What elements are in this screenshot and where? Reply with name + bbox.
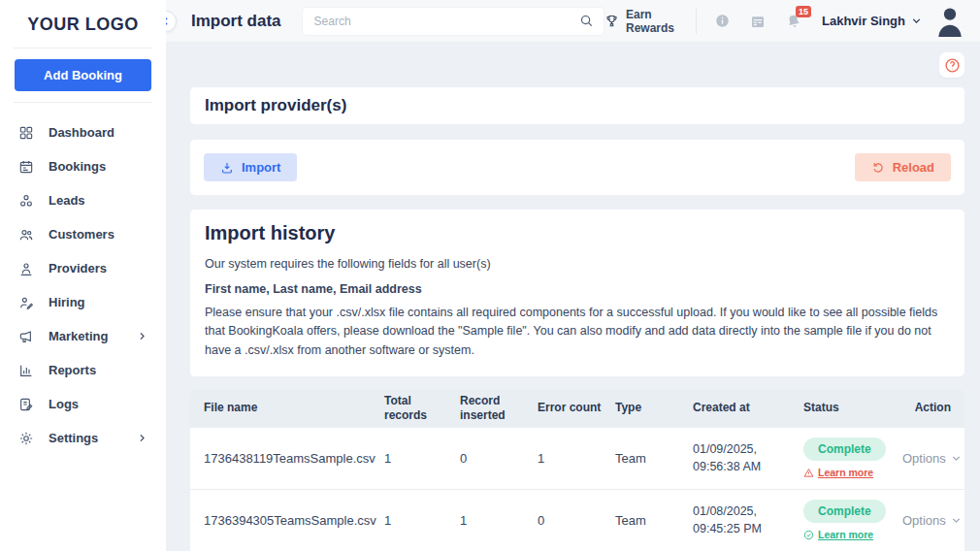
info-icon[interactable] xyxy=(715,14,730,28)
options-dropdown[interactable]: Options xyxy=(902,513,962,528)
import-history-title: Import history xyxy=(205,222,950,244)
created-time: 09:45:25 PM xyxy=(693,520,796,538)
chevron-down-icon xyxy=(951,515,962,526)
trophy-icon xyxy=(604,14,619,28)
learn-more-link[interactable]: Learn more xyxy=(803,467,873,478)
cell-type: Team xyxy=(615,513,693,528)
sidebar-item-settings[interactable]: Settings xyxy=(0,421,166,455)
bookings-icon xyxy=(18,159,34,175)
marketing-icon xyxy=(18,329,34,344)
sidebar-item-label: Leads xyxy=(49,193,85,208)
status-badge: Complete xyxy=(803,500,886,523)
import-button-label: Import xyxy=(242,160,280,175)
sidebar-item-customers[interactable]: Customers xyxy=(0,217,166,251)
search-icon[interactable] xyxy=(579,14,594,28)
divider xyxy=(696,9,697,34)
import-history-table: File name Total records Record inserted … xyxy=(190,389,964,551)
history-required-fields: First name, Last name, Email address xyxy=(205,280,950,299)
calendar-icon[interactable] xyxy=(750,14,766,29)
chevron-right-icon xyxy=(137,433,147,443)
logs-icon xyxy=(18,397,34,412)
history-instructions: Please ensure that your .csv/.xlsx file … xyxy=(205,304,950,360)
options-label: Options xyxy=(902,451,946,466)
import-provider-card: Import provider(s) xyxy=(190,87,964,124)
learn-more-link[interactable]: Learn more xyxy=(803,529,873,540)
sidebar-item-label: Reports xyxy=(49,363,96,377)
add-booking-button[interactable]: Add Booking xyxy=(15,59,151,91)
import-button[interactable]: Import xyxy=(204,153,297,181)
sidebar-menu: Dashboard Bookings Leads Customers Provi… xyxy=(0,103,166,455)
user-menu[interactable]: Lakhvir Singh xyxy=(822,14,922,28)
cell-created-at: 01/09/2025, 09:56:38 AM xyxy=(693,440,803,477)
cell-status: Complete Learn more xyxy=(803,438,902,478)
created-date: 01/08/2025, xyxy=(693,502,796,521)
column-header-status: Status xyxy=(803,401,902,415)
table-header-row: File name Total records Record inserted … xyxy=(190,389,964,428)
cell-error-count: 0 xyxy=(538,513,615,528)
leads-icon xyxy=(18,193,34,209)
sidebar-item-hiring[interactable]: Hiring xyxy=(0,285,166,319)
dashboard-icon xyxy=(18,125,34,141)
sidebar-item-label: Customers xyxy=(49,227,114,242)
reload-button-label: Reload xyxy=(893,160,934,175)
search-input[interactable] xyxy=(314,15,579,28)
providers-icon xyxy=(18,261,34,276)
learn-more-label: Learn more xyxy=(818,467,873,478)
column-header-action: Action xyxy=(902,401,951,415)
sidebar-item-logs[interactable]: Logs xyxy=(0,387,166,421)
earn-rewards-label: Earn Rewards xyxy=(626,8,674,35)
column-header-file-name: File name xyxy=(204,401,384,415)
notifications-bell-icon[interactable]: 15 xyxy=(786,14,801,29)
hiring-icon xyxy=(18,295,34,310)
warning-triangle-icon xyxy=(803,468,814,478)
section-title: Import provider(s) xyxy=(205,96,346,115)
sidebar-item-reports[interactable]: Reports xyxy=(0,353,166,387)
sidebar-item-label: Marketing xyxy=(49,329,108,343)
settings-icon xyxy=(18,431,34,446)
column-header-record-inserted: Record inserted xyxy=(460,394,538,423)
created-time: 09:56:38 AM xyxy=(693,458,796,476)
table-row: 1736394305TeamsSample.csv 1 1 0 Team 01/… xyxy=(190,490,964,551)
earn-rewards-button[interactable]: Earn Rewards xyxy=(604,8,674,35)
cell-status: Complete Learn more xyxy=(803,500,902,540)
cell-record-inserted: 0 xyxy=(460,451,538,466)
help-row xyxy=(190,43,964,87)
app-logo: YOUR LOGO xyxy=(0,0,166,48)
sidebar-item-label: Providers xyxy=(49,261,107,276)
sidebar-item-bookings[interactable]: Bookings xyxy=(0,149,166,183)
learn-more-label: Learn more xyxy=(818,529,873,540)
user-name: Lakhvir Singh xyxy=(822,14,905,28)
cell-total-records: 1 xyxy=(384,451,460,466)
sidebar-item-dashboard[interactable]: Dashboard xyxy=(0,115,166,149)
column-header-type: Type xyxy=(615,401,693,415)
search-box xyxy=(302,7,604,36)
main-content: Import provider(s) Import Reload Import … xyxy=(166,43,980,551)
chevron-down-icon xyxy=(951,453,962,464)
cell-created-at: 01/08/2025, 09:45:25 PM xyxy=(693,502,803,539)
sidebar-item-label: Logs xyxy=(49,397,79,411)
column-header-total-records: Total records xyxy=(384,394,460,423)
cell-total-records: 1 xyxy=(384,513,460,528)
sidebar-item-providers[interactable]: Providers xyxy=(0,251,166,285)
cell-type: Team xyxy=(615,451,693,466)
sidebar-item-marketing[interactable]: Marketing xyxy=(0,319,166,353)
cell-file-name: 1736438119TeamsSample.csv xyxy=(204,451,384,466)
refresh-icon xyxy=(871,161,885,175)
history-requirements-line: Our system requires the following fields… xyxy=(205,255,950,274)
created-date: 01/09/2025, xyxy=(693,440,796,459)
reload-button[interactable]: Reload xyxy=(855,153,951,181)
sidebar-item-leads[interactable]: Leads xyxy=(0,183,166,217)
customers-icon xyxy=(18,227,34,243)
sidebar-item-label: Hiring xyxy=(49,295,85,309)
sidebar: YOUR LOGO Add Booking Dashboard Bookings… xyxy=(0,0,166,551)
options-label: Options xyxy=(902,513,946,528)
divider xyxy=(14,48,152,49)
avatar[interactable] xyxy=(935,6,964,37)
status-badge: Complete xyxy=(803,438,886,461)
notification-count-badge: 15 xyxy=(796,6,811,18)
sidebar-item-label: Dashboard xyxy=(49,125,114,140)
options-dropdown[interactable]: Options xyxy=(902,451,962,466)
cell-file-name: 1736394305TeamsSample.csv xyxy=(204,513,384,528)
check-circle-icon xyxy=(803,530,814,540)
help-icon[interactable] xyxy=(939,52,964,78)
